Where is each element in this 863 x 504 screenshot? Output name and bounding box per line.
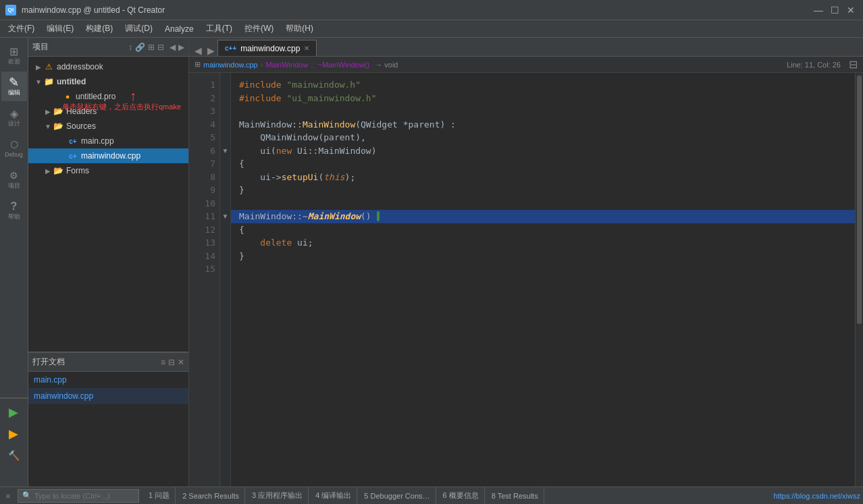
tree-item-addressbook[interactable]: ▶ ⚠ addressbook bbox=[28, 59, 188, 74]
docs-close-icon[interactable]: ✕ bbox=[178, 358, 184, 367]
tree-item-mainwindow-cpp[interactable]: c+ mainwindow.cpp bbox=[28, 148, 188, 163]
sidebar-item-design[interactable]: ◈ 设计 bbox=[1, 103, 27, 132]
tree-item-untitled-pro[interactable]: ● untitled.pro bbox=[28, 89, 188, 104]
item-label: main.cpp bbox=[81, 136, 114, 146]
tree-item-untitled[interactable]: ▼ 📁 untitled bbox=[28, 74, 188, 89]
arrow-icon: ▶ bbox=[43, 108, 53, 115]
item-label: Sources bbox=[66, 121, 96, 131]
menu-widgets[interactable]: 控件(W) bbox=[239, 21, 279, 36]
statusbar-menu-icon[interactable]: ≡ bbox=[3, 491, 14, 501]
doc-item-mainwindow-cpp[interactable]: mainwindow.cpp bbox=[28, 388, 188, 404]
left-panel: 项目 ↕ 🔗 ⊞ ⊟ ◀ ▶ ▶ ⚠ bbox=[28, 38, 189, 486]
tree-item-main-cpp[interactable]: c+ main.cpp bbox=[28, 134, 188, 148]
menu-help[interactable]: 帮助(H) bbox=[280, 21, 319, 36]
status-tab-debugger[interactable]: 5 Debugger Cons… bbox=[359, 487, 436, 505]
project-title: 项目 bbox=[32, 41, 128, 53]
fold-7 bbox=[220, 157, 230, 171]
tree-item-sources[interactable]: ▼ 📂 Sources bbox=[28, 119, 188, 134]
pro-file-icon: ● bbox=[62, 91, 73, 102]
tree-item-forms[interactable]: ▶ 📂 Forms bbox=[28, 163, 188, 178]
build-button[interactable]: 🔨 bbox=[4, 446, 23, 465]
close-button[interactable]: ✕ bbox=[844, 3, 858, 17]
status-tab-test[interactable]: 8 Test Results bbox=[486, 487, 544, 505]
welcome-label: 欢迎 bbox=[8, 59, 20, 65]
window-controls: — ☐ ✕ bbox=[812, 3, 858, 17]
left-sidebar: ⊞ 欢迎 ✎ 编辑 ◈ 设计 ⬡ Debug ⚙ 项目 ? 帮助 bbox=[0, 38, 28, 486]
maximize-button[interactable]: ☐ bbox=[828, 3, 841, 17]
status-url[interactable]: https://blog.csdn.net/xiwsz bbox=[774, 492, 860, 500]
expand-icon[interactable]: ⊞ bbox=[148, 43, 155, 52]
fold-6[interactable]: ▼ bbox=[220, 144, 230, 158]
code-editor[interactable]: 1 2 3 4 5 6 7 8 9 10 11 12 13 14 15 bbox=[189, 73, 863, 486]
cpp-file-icon: c+ bbox=[68, 150, 78, 161]
menu-edit[interactable]: 编辑(E) bbox=[41, 21, 79, 36]
status-tab-compile[interactable]: 4 编译输出 bbox=[310, 487, 357, 505]
editor-tab-mainwindow[interactable]: c++ mainwindow.cpp ✕ bbox=[217, 40, 317, 56]
menu-debug[interactable]: 调试(D) bbox=[120, 21, 158, 36]
item-label: Headers bbox=[66, 107, 97, 116]
breadcrumb-return: → void bbox=[375, 61, 398, 69]
docs-filter-icon[interactable]: ≡ bbox=[161, 358, 165, 367]
search-icon: 🔍 bbox=[22, 491, 32, 500]
minimize-button[interactable]: — bbox=[812, 3, 825, 17]
menu-build[interactable]: 构建(B) bbox=[80, 21, 118, 36]
headers-icon: 📂 bbox=[53, 106, 63, 117]
status-tab-general[interactable]: 6 概要信息 bbox=[438, 487, 485, 505]
line-col-indicator: Line: 11, Col: 26 bbox=[787, 61, 841, 69]
fold-14 bbox=[220, 250, 230, 263]
sidebar-item-help[interactable]: ? 帮助 bbox=[1, 196, 27, 225]
breadcrumb-class: MainWindow bbox=[265, 61, 308, 69]
status-tab-search[interactable]: 2 Search Results bbox=[177, 487, 245, 505]
arrow-icon: ▶ bbox=[34, 63, 43, 71]
sources-icon: 📂 bbox=[53, 121, 63, 132]
sort-icon[interactable]: ↕ bbox=[128, 43, 132, 52]
breadcrumb-method: ~MainWindow() bbox=[317, 61, 369, 69]
tab-label: mainwindow.cpp bbox=[240, 44, 300, 53]
item-label: untitled bbox=[57, 77, 86, 86]
breadcrumb-sep2: :: bbox=[311, 61, 315, 69]
status-tab-issues[interactable]: 1 问题 bbox=[143, 487, 176, 505]
menu-tools[interactable]: 工具(T) bbox=[201, 21, 238, 36]
search-input[interactable] bbox=[34, 492, 129, 500]
tab-nav-forward[interactable]: ▶ bbox=[205, 45, 217, 56]
code-content[interactable]: #include "mainwindow.h"#include "ui_main… bbox=[231, 73, 855, 486]
menu-file[interactable]: 文件(F) bbox=[3, 21, 40, 36]
menu-analyze[interactable]: Analyze bbox=[159, 22, 199, 36]
titlebar: Qt mainwindow.cpp @ untitled - Qt Creato… bbox=[0, 0, 863, 20]
tab-close-btn[interactable]: ✕ bbox=[304, 45, 309, 52]
fold-15 bbox=[220, 262, 230, 276]
split-editor-btn[interactable]: ⊟ bbox=[849, 58, 858, 71]
tree-item-headers[interactable]: ▶ 📂 Headers bbox=[28, 104, 188, 119]
open-docs-panel: 打开文档 ≡ ⊟ ✕ main.cpp mainwindow.cpp bbox=[28, 352, 188, 486]
sidebar-item-project[interactable]: ⚙ 项目 bbox=[1, 165, 27, 194]
nav-forward[interactable]: ▶ bbox=[178, 43, 184, 52]
status-tab-appoutput[interactable]: 3 应用程序输出 bbox=[246, 487, 309, 505]
run-debug-button[interactable]: ▶ bbox=[4, 424, 23, 443]
sidebar-item-edit[interactable]: ✎ 编辑 bbox=[1, 72, 27, 101]
tab-cpp-icon: c++ bbox=[225, 45, 236, 52]
breadcrumb-sep1: › bbox=[261, 61, 263, 69]
run-button[interactable]: ▶ bbox=[4, 403, 23, 422]
item-label: mainwindow.cpp bbox=[81, 151, 140, 161]
fold-column: ▼ ▼ bbox=[220, 73, 231, 486]
collapse-icon[interactable]: ⊟ bbox=[157, 43, 164, 52]
fold-9 bbox=[220, 184, 230, 197]
help-label: 帮助 bbox=[8, 214, 20, 221]
fold-4 bbox=[220, 118, 230, 132]
fold-11[interactable]: ▼ bbox=[220, 210, 230, 223]
nav-back[interactable]: ◀ bbox=[169, 43, 176, 52]
doc-item-main-cpp[interactable]: main.cpp bbox=[28, 372, 188, 388]
status-search-box[interactable]: 🔍 bbox=[18, 489, 139, 503]
arrow-icon: ▶ bbox=[43, 167, 53, 175]
editor-scrollbar[interactable] bbox=[855, 73, 863, 486]
tab-nav-back[interactable]: ◀ bbox=[192, 45, 205, 56]
fold-5 bbox=[220, 131, 230, 144]
sidebar-item-welcome[interactable]: ⊞ 欢迎 bbox=[1, 40, 27, 70]
open-docs-list: main.cpp mainwindow.cpp bbox=[28, 372, 188, 404]
docs-split-icon[interactable]: ⊟ bbox=[168, 358, 175, 367]
link-icon[interactable]: 🔗 bbox=[135, 43, 145, 52]
line-numbers: 1 2 3 4 5 6 7 8 9 10 11 12 13 14 15 bbox=[189, 73, 220, 486]
sidebar-item-debug[interactable]: ⬡ Debug bbox=[1, 134, 27, 163]
app-icon: Qt bbox=[5, 5, 16, 16]
project-header-icons: ↕ 🔗 ⊞ ⊟ ◀ ▶ bbox=[128, 43, 184, 52]
